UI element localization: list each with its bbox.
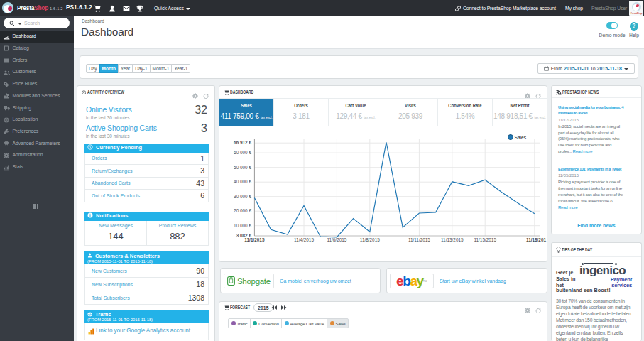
svg-text:40 000 €: 40 000 € <box>234 179 251 184</box>
svg-text:50 000 €: 50 000 € <box>234 165 251 170</box>
svg-text:30 000 €: 30 000 € <box>234 194 251 199</box>
svg-text:20 000 €: 20 000 € <box>234 208 251 213</box>
svg-text:11/11/2015: 11/11/2015 <box>408 237 430 242</box>
svg-text:11/1/2015: 11/1/2015 <box>244 237 265 242</box>
svg-text:11/15/2015: 11/15/2015 <box>474 237 496 242</box>
svg-text:66 912 €: 66 912 € <box>234 140 251 145</box>
svg-text:60 000 €: 60 000 € <box>234 150 251 155</box>
svg-text:Sales: Sales <box>515 135 527 140</box>
svg-text:11/4/2015: 11/4/2015 <box>294 237 314 242</box>
svg-text:10 000 €: 10 000 € <box>234 223 251 228</box>
svg-text:11/18/201: 11/18/201 <box>526 237 547 242</box>
svg-text:11/8/2015: 11/8/2015 <box>360 237 380 242</box>
svg-text:11/6/2015: 11/6/2015 <box>327 237 346 242</box>
svg-text:11/13/2015: 11/13/2015 <box>441 237 464 242</box>
